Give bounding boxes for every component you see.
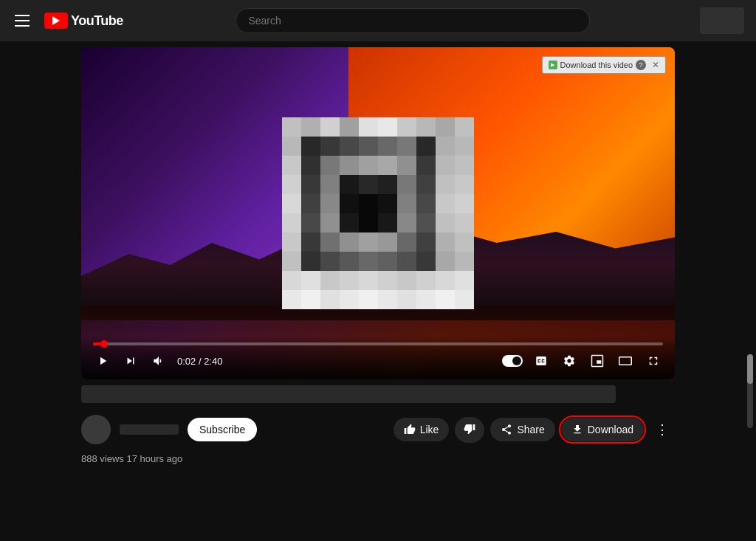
download-badge-close-icon[interactable]: ✕ xyxy=(652,60,659,70)
toggle-thumb xyxy=(512,356,521,365)
pixel-cell xyxy=(436,290,455,309)
pixel-cell xyxy=(416,252,436,271)
search-bar xyxy=(236,8,590,33)
pixel-cell xyxy=(359,117,378,137)
pixel-cell xyxy=(455,117,474,137)
captions-button[interactable] xyxy=(532,351,551,371)
views-row: 888 views 17 hours ago xyxy=(81,450,675,467)
settings-button[interactable] xyxy=(560,351,579,371)
like-label: Like xyxy=(420,424,439,435)
download-this-video-badge[interactable]: Download this video ? ✕ xyxy=(542,56,666,74)
pixel-cell xyxy=(436,252,455,271)
pixel-cell xyxy=(340,232,359,252)
header-left: YouTube xyxy=(12,12,126,30)
youtube-wordmark: YouTube xyxy=(71,13,123,29)
pixel-cell xyxy=(320,252,340,271)
pixel-cell xyxy=(378,252,397,271)
pixel-cell xyxy=(397,175,416,194)
theater-mode-button[interactable] xyxy=(616,351,635,371)
header-avatar[interactable] xyxy=(700,7,744,34)
pixel-cell xyxy=(455,252,474,271)
download-button[interactable]: Download xyxy=(561,418,644,441)
below-video: Subscribe Like Share xyxy=(81,382,675,470)
pixel-cell xyxy=(455,175,474,194)
pixel-cell xyxy=(359,290,378,309)
pixel-cell xyxy=(301,117,320,137)
pixel-cell xyxy=(320,232,340,252)
pixel-cell xyxy=(378,194,397,213)
pixel-cell xyxy=(397,137,416,156)
youtube-icon xyxy=(44,13,68,29)
miniplayer-button[interactable] xyxy=(588,351,607,371)
video-title xyxy=(81,385,616,403)
share-button[interactable]: Share xyxy=(490,418,554,441)
pixel-cell xyxy=(378,156,397,175)
pixel-cell xyxy=(359,232,378,252)
channel-name xyxy=(120,424,179,435)
scrollbar-thumb[interactable] xyxy=(747,354,753,384)
download-badge-question-icon[interactable]: ? xyxy=(636,60,646,70)
controls-left: 0:02 / 2:40 xyxy=(93,351,222,371)
pixelated-thumbnail xyxy=(282,117,474,309)
pixel-cell xyxy=(436,194,455,213)
pixel-cell xyxy=(282,252,301,271)
pixel-cell xyxy=(397,156,416,175)
main-content: Download this video ? ✕ xyxy=(0,47,756,470)
pixel-cell xyxy=(436,232,455,252)
pixel-cell xyxy=(340,156,359,175)
play-button[interactable] xyxy=(93,351,112,371)
pixel-cell xyxy=(416,290,436,309)
download-badge-label: Download this video xyxy=(560,61,633,69)
pixel-cell xyxy=(340,194,359,213)
pixel-cell xyxy=(397,252,416,271)
progress-bar[interactable] xyxy=(93,342,663,345)
pixel-cell xyxy=(455,194,474,213)
pixel-cell xyxy=(436,175,455,194)
action-buttons: Like Share Download ⋮ xyxy=(394,417,675,443)
pixel-cell xyxy=(416,117,436,137)
toggle-track[interactable] xyxy=(502,355,523,367)
pixel-cell xyxy=(416,156,436,175)
hamburger-menu-icon[interactable] xyxy=(12,12,32,30)
pixel-cell xyxy=(301,194,320,213)
pixel-cell xyxy=(416,137,436,156)
header-center xyxy=(126,8,700,33)
youtube-logo[interactable]: YouTube xyxy=(44,13,126,29)
pixel-cell xyxy=(436,213,455,232)
video-player: Download this video ? ✕ xyxy=(81,47,675,379)
pixel-cell xyxy=(340,213,359,232)
pixel-cell xyxy=(301,232,320,252)
pixel-cell xyxy=(282,156,301,175)
download-label: Download xyxy=(588,424,633,435)
pixel-cell xyxy=(455,156,474,175)
next-button[interactable] xyxy=(121,351,140,371)
scrollbar[interactable] xyxy=(747,354,753,428)
pixel-cell xyxy=(320,156,340,175)
pixel-cell xyxy=(301,252,320,271)
fullscreen-button[interactable] xyxy=(644,351,663,371)
channel-avatar[interactable] xyxy=(81,415,111,444)
pixel-cell xyxy=(378,232,397,252)
pixel-cell xyxy=(340,175,359,194)
pixel-cell xyxy=(301,290,320,309)
pixel-cell xyxy=(455,137,474,156)
pixel-cell xyxy=(436,156,455,175)
pixel-cell xyxy=(359,252,378,271)
dislike-button[interactable] xyxy=(455,417,484,443)
pixel-cell xyxy=(282,271,301,290)
autoplay-toggle[interactable] xyxy=(502,355,523,367)
like-button[interactable]: Like xyxy=(394,418,450,441)
volume-button[interactable] xyxy=(149,351,168,371)
video-scene: Download this video ? ✕ xyxy=(81,47,675,379)
pixel-cell xyxy=(301,137,320,156)
more-options-button[interactable]: ⋮ xyxy=(650,418,675,441)
pixel-cell xyxy=(378,175,397,194)
progress-fill xyxy=(93,342,104,345)
pixel-cell xyxy=(282,232,301,252)
pixel-cell xyxy=(455,213,474,232)
search-input[interactable] xyxy=(248,15,577,27)
pixel-cell xyxy=(359,137,378,156)
subscribe-button[interactable]: Subscribe xyxy=(188,418,257,441)
pixel-cell xyxy=(320,213,340,232)
pixel-cell xyxy=(340,271,359,290)
